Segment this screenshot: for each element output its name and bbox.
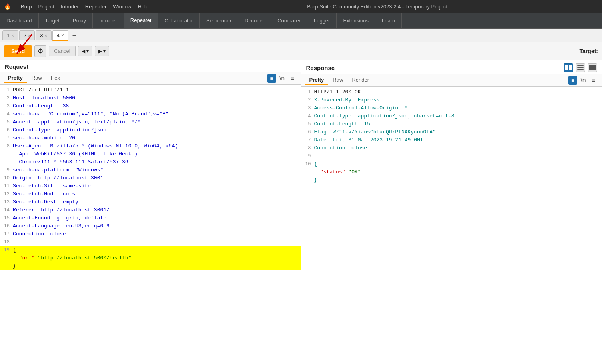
request-line-8: 8 User-Agent: Mozilla/5.0 (Windows NT 10… (0, 142, 301, 150)
nav-tab-extensions[interactable]: Extensions (337, 13, 375, 28)
response-line-9: 9 (301, 152, 602, 160)
request-line-19c: } (0, 262, 301, 270)
close-tab-3-icon[interactable]: × (45, 33, 47, 38)
request-sub-tabs: Pretty Raw Hex ≡ \n ≡ (0, 72, 301, 85)
nav-tabs: Dashboard Target Proxy Intruder Repeater… (0, 13, 602, 29)
menu-repeater[interactable]: Repeater (85, 4, 106, 10)
menu-project[interactable]: Project (38, 4, 54, 10)
add-tab-button[interactable]: + (69, 30, 79, 41)
menu-window[interactable]: Window (113, 4, 131, 10)
nav-tab-target[interactable]: Target (39, 13, 66, 28)
menu-help[interactable]: Help (138, 4, 148, 10)
svg-rect-3 (569, 65, 572, 70)
nav-tab-repeater[interactable]: Repeater (124, 13, 158, 28)
cancel-button[interactable]: Cancel (49, 46, 75, 56)
request-line-10: 10 Origin: http://localhost:3001 (0, 174, 301, 182)
request-tab-hex[interactable]: Hex (47, 73, 64, 83)
nav-tab-comparer[interactable]: Comparer (271, 13, 307, 28)
next-button[interactable]: ▶ ▾ (95, 46, 109, 56)
view-single-icon[interactable] (588, 63, 597, 72)
response-panel: Response Pretty Raw Render (301, 60, 602, 364)
response-line-4: 4 Content-Type: application/json; charse… (301, 112, 602, 120)
request-newline-icon[interactable]: \n (278, 74, 287, 83)
rep-tab-1[interactable]: 1 × (2, 30, 18, 40)
request-line-3: 3 Content-Length: 38 (0, 102, 301, 110)
response-newline-icon[interactable]: \n (579, 76, 588, 85)
repeater-tabs: 1 × 2 × 3 × 4 × + (0, 29, 602, 42)
request-line-12: 12 Sec-Fetch-Mode: cors (0, 190, 301, 198)
request-line-11: 11 Sec-Fetch-Site: same-site (0, 182, 301, 190)
nav-tab-proxy[interactable]: Proxy (66, 13, 93, 28)
target-label: Target: (580, 48, 598, 54)
response-line-5: 5 Content-Length: 15 (301, 120, 602, 128)
toolbar: Send ⚙ Cancel ◀ ▾ ▶ ▾ Target: (0, 42, 602, 60)
response-line-10: 10 { (301, 160, 602, 168)
request-line-15: 15 Accept-Encoding: gzip, deflate (0, 214, 301, 222)
request-format-icon[interactable]: ≡ (267, 74, 276, 83)
svg-rect-2 (565, 65, 568, 70)
response-panel-header: Response (301, 60, 602, 74)
nav-tab-collaborator[interactable]: Collaborator (158, 13, 200, 28)
nav-tab-dashboard[interactable]: Dashboard (0, 13, 39, 28)
menu-intruder[interactable]: Intruder (61, 4, 79, 10)
request-line-19: 19 { (0, 246, 301, 254)
view-list-icon[interactable] (576, 63, 585, 72)
request-line-6: 6 Content-Type: application/json (0, 126, 301, 134)
view-split-icon[interactable] (564, 63, 573, 72)
response-line-6: 6 ETag: W/"f-v/YiJusChTxrQUzPtNAKycooOTA… (301, 128, 602, 136)
close-tab-1-icon[interactable]: × (11, 33, 14, 38)
title-bar-menu: Burp Project Intruder Repeater Window He… (21, 4, 148, 10)
nav-tab-learn[interactable]: Learn (375, 13, 402, 28)
request-tab-pretty[interactable]: Pretty (4, 73, 27, 83)
request-wrap-icon[interactable]: ≡ (288, 74, 297, 83)
request-line-8c: Chrome/111.0.5563.111 Safari/537.36 (0, 158, 301, 166)
main-content: Request Pretty Raw Hex ≡ \n ≡ 1 POST /ur… (0, 60, 602, 364)
nav-tab-decoder[interactable]: Decoder (238, 13, 271, 28)
rep-tab-4[interactable]: 4 × (52, 30, 68, 41)
response-wrap-icon[interactable]: ≡ (589, 76, 598, 85)
response-line-8: 8 Connection: close (301, 144, 602, 152)
svg-rect-7 (589, 65, 596, 70)
request-line-1: 1 POST /url HTTP/1.1 (0, 86, 301, 94)
svg-rect-5 (577, 67, 584, 68)
rep-tab-2[interactable]: 2 × (19, 30, 35, 40)
request-line-9: 9 sec-ch-ua-platform: "Windows" (0, 166, 301, 174)
response-code-area[interactable]: 1 HTTP/1.1 200 OK 2 X-Powered-By: Expres… (301, 87, 602, 364)
response-format-icon[interactable]: ≡ (568, 76, 577, 85)
request-panel-header: Request (0, 60, 301, 72)
request-line-19b: "url":"http://localhost:5000/health" (0, 254, 301, 262)
request-title: Request (5, 63, 28, 70)
request-line-16: 16 Accept-Language: en-US,en;q=0.9 (0, 222, 301, 230)
request-code-area[interactable]: 1 POST /url HTTP/1.1 2 Host: localhost:5… (0, 85, 301, 364)
response-tab-raw[interactable]: Raw (329, 75, 347, 85)
response-tab-render[interactable]: Render (348, 75, 373, 85)
response-line-3: 3 Access-Control-Allow-Origin: * (301, 104, 602, 112)
request-line-14: 14 Referer: http://localhost:3001/ (0, 206, 301, 214)
response-line-10c: } (301, 176, 602, 184)
response-view-buttons (564, 63, 597, 72)
close-tab-4-icon[interactable]: × (61, 33, 64, 38)
response-title: Response (306, 64, 335, 71)
request-line-8b: AppleWebKit/537.36 (KHTML, like Gecko) (0, 150, 301, 158)
nav-tab-intruder[interactable]: Intruder (93, 13, 124, 28)
request-line-17: 17 Connection: close (0, 230, 301, 238)
close-tab-2-icon[interactable]: × (28, 33, 30, 38)
request-tab-raw[interactable]: Raw (28, 73, 46, 83)
menu-burp[interactable]: Burp (21, 4, 32, 10)
response-tab-pretty[interactable]: Pretty (305, 75, 328, 85)
response-line-7: 7 Date: Fri, 31 Mar 2023 19:21:49 GMT (301, 136, 602, 144)
request-line-4: 4 sec-ch-ua: "Chromium";v="111", "Not(A:… (0, 110, 301, 118)
request-line-13: 13 Sec-Fetch-Dest: empty (0, 198, 301, 206)
send-button[interactable]: Send (4, 45, 32, 57)
response-line-2: 2 X-Powered-By: Express (301, 96, 602, 104)
rep-tab-3[interactable]: 3 × (36, 30, 52, 40)
settings-button[interactable]: ⚙ (34, 45, 46, 57)
request-panel: Request Pretty Raw Hex ≡ \n ≡ 1 POST /ur… (0, 60, 301, 364)
request-line-18: 18 (0, 238, 301, 246)
nav-tab-logger[interactable]: Logger (307, 13, 337, 28)
request-line-5: 5 Accept: application/json, text/plain, … (0, 118, 301, 126)
svg-rect-6 (577, 69, 584, 70)
prev-button[interactable]: ◀ ▾ (78, 46, 92, 56)
response-sub-tabs: Pretty Raw Render ≡ \n ≡ (301, 74, 602, 87)
nav-tab-sequencer[interactable]: Sequencer (200, 13, 238, 28)
